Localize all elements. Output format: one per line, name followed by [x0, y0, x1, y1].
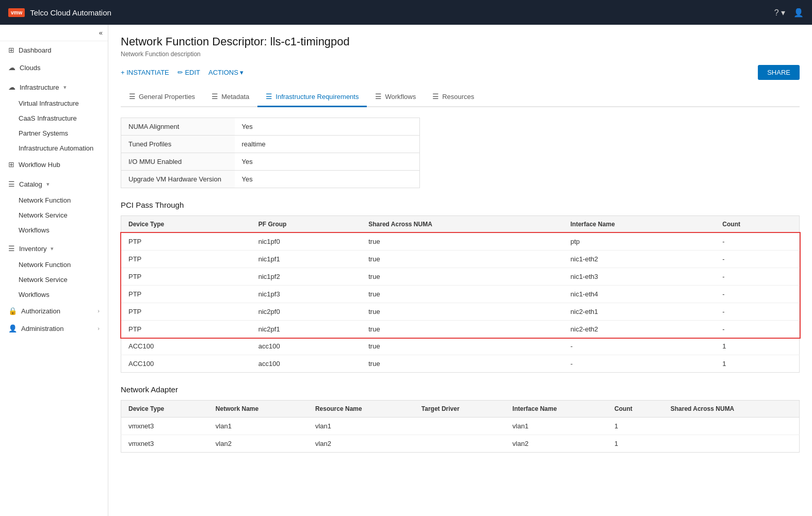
- sidebar-item-dashboard[interactable]: ⊞ Dashboard: [0, 41, 108, 59]
- device-type: PTP: [121, 303, 251, 321]
- sidebar-item-catalog-workflows[interactable]: Workflows: [0, 223, 108, 238]
- device-type: PTP: [121, 251, 251, 268]
- interface-name: -: [563, 338, 716, 355]
- target-driver: [414, 418, 506, 435]
- count: -: [715, 268, 799, 286]
- shared-across-numa: true: [361, 268, 563, 286]
- chevron-down-icon: ▾: [51, 245, 54, 252]
- table-row: PTPnic2pf1truenic2-eth2-: [121, 321, 800, 338]
- user-icon[interactable]: 👤: [793, 8, 804, 18]
- resource-name: vlan2: [308, 435, 414, 453]
- sidebar-item-inventory-workflows[interactable]: Workflows: [0, 287, 108, 302]
- sidebar-section-catalog-header[interactable]: ☰ Catalog ▾: [0, 175, 108, 193]
- property-label: I/O MMU Enabled: [121, 153, 235, 171]
- chevron-down-icon: ▾: [63, 84, 67, 91]
- sidebar-item-inventory-network-service[interactable]: Network Service: [0, 272, 108, 287]
- sidebar-section-infrastructure-header[interactable]: ☁ Infrastructure ▾: [0, 78, 108, 96]
- pci-table: Device Type PF Group Shared Across NUMA …: [121, 215, 800, 373]
- property-label: Tuned Profiles: [121, 136, 235, 153]
- chevron-right-icon: ›: [98, 308, 100, 314]
- sidebar-item-catalog-network-function[interactable]: Network Function: [0, 193, 108, 208]
- shared-across-numa: true: [361, 303, 563, 321]
- count: -: [715, 233, 799, 251]
- network-adapter-section-title: Network Adapter: [121, 385, 800, 394]
- chevron-right-icon: ›: [98, 325, 100, 331]
- share-button[interactable]: SHARE: [758, 65, 800, 80]
- sidebar-section-catalog: ☰ Catalog ▾ Network Function Network Ser…: [0, 175, 108, 238]
- sidebar-item-label: Workflow Hub: [19, 161, 100, 169]
- sidebar-collapse-btn[interactable]: «: [0, 25, 108, 41]
- sidebar-item-label: Dashboard: [19, 46, 100, 54]
- lock-icon: 🔒: [8, 307, 17, 315]
- property-value: Yes: [235, 118, 420, 136]
- na-col-target-driver: Target Driver: [414, 401, 506, 418]
- actions-button[interactable]: ACTIONS ▾: [208, 69, 243, 76]
- pf-group: nic2pf0: [251, 303, 362, 321]
- device-type: PTP: [121, 233, 251, 251]
- tab-general-properties[interactable]: ☰ General Properties: [121, 87, 203, 107]
- pci-col-count: Count: [715, 216, 799, 233]
- resource-name: vlan1: [308, 418, 414, 435]
- pci-col-device-type: Device Type: [121, 216, 251, 233]
- count: 1: [607, 435, 663, 453]
- pf-group: nic1pf2: [251, 268, 362, 286]
- count: 1: [607, 418, 663, 435]
- infrastructure-tab-icon: ☰: [266, 92, 272, 101]
- table-row: PTPnic1pf1truenic1-eth2-: [121, 251, 800, 268]
- property-label: NUMA Alignment: [121, 118, 235, 136]
- collapse-icon: «: [99, 29, 103, 37]
- count: -: [715, 251, 799, 268]
- pf-group: acc100: [251, 355, 362, 373]
- tab-metadata[interactable]: ☰ Metadata: [203, 87, 257, 107]
- table-row: vmxnet3vlan2vlan2vlan21: [121, 435, 800, 453]
- sidebar-item-caas-infrastructure[interactable]: CaaS Infrastructure: [0, 111, 108, 126]
- sidebar-item-authorization[interactable]: 🔒 Authorization ›: [0, 302, 108, 320]
- help-icon[interactable]: ? ▾: [774, 8, 785, 18]
- sidebar-item-partner-systems[interactable]: Partner Systems: [0, 126, 108, 141]
- sidebar-item-infrastructure-automation[interactable]: Infrastructure Automation: [0, 141, 108, 156]
- sidebar-item-administration[interactable]: 👤 Administration ›: [0, 320, 108, 337]
- sidebar-item-workflow-hub[interactable]: ⊞ Workflow Hub: [0, 156, 108, 173]
- header-actions: ? ▾ 👤: [774, 8, 804, 18]
- sidebar-item-inventory-network-function[interactable]: Network Function: [0, 257, 108, 272]
- shared-across-numa: true: [361, 233, 563, 251]
- edit-button[interactable]: ✏ EDIT: [177, 69, 200, 76]
- inventory-icon: ☰: [8, 244, 15, 253]
- tab-infrastructure-requirements[interactable]: ☰ Infrastructure Requirements: [257, 87, 367, 107]
- interface-name: -: [563, 355, 716, 373]
- catalog-label: Catalog: [19, 180, 42, 188]
- page-title: Network Function Descriptor: lls-c1-timi…: [121, 35, 800, 48]
- na-col-resource-name: Resource Name: [308, 401, 414, 418]
- sidebar-item-virtual-infrastructure[interactable]: Virtual Infrastructure: [0, 96, 108, 111]
- page-tabs: ☰ General Properties ☰ Metadata ☰ Infras…: [121, 87, 800, 107]
- table-row: Upgrade VM Hardware VersionYes: [121, 171, 420, 188]
- instantiate-button[interactable]: + INSTANTIATE: [121, 69, 169, 76]
- sidebar-item-label: Administration: [21, 325, 93, 332]
- sidebar-section-inventory: ☰ Inventory ▾ Network Function Network S…: [0, 240, 108, 302]
- tab-resources[interactable]: ☰ Resources: [424, 87, 482, 107]
- catalog-icon: ☰: [8, 180, 15, 188]
- sidebar-item-label: Clouds: [20, 64, 100, 72]
- count: 1: [715, 355, 799, 373]
- property-value: Yes: [235, 171, 420, 188]
- network-adapter-table: Device Type Network Name Resource Name T…: [121, 400, 800, 453]
- na-col-device-type: Device Type: [121, 401, 208, 418]
- sidebar-item-catalog-network-service[interactable]: Network Service: [0, 208, 108, 223]
- workflows-tab-icon: ☰: [375, 92, 382, 101]
- shared-across-numa: true: [361, 321, 563, 338]
- table-row: I/O MMU EnabledYes: [121, 153, 420, 171]
- main-content-area: Network Function Descriptor: lls-c1-timi…: [108, 25, 812, 516]
- sidebar-item-clouds[interactable]: ☁ Clouds: [0, 59, 108, 76]
- shared-across-numa: [663, 418, 800, 435]
- tab-workflows[interactable]: ☰ Workflows: [367, 87, 424, 107]
- device-type: vmxnet3: [121, 418, 208, 435]
- metadata-tab-icon: ☰: [212, 92, 218, 101]
- table-row: vmxnet3vlan1vlan1vlan11: [121, 418, 800, 435]
- sidebar-section-inventory-header[interactable]: ☰ Inventory ▾: [0, 240, 108, 257]
- count: 1: [715, 338, 799, 355]
- network-name: vlan2: [208, 435, 308, 453]
- interface-name: nic2-eth1: [563, 303, 716, 321]
- shared-across-numa: [663, 435, 800, 453]
- table-row: ACC100acc100true-1: [121, 338, 800, 355]
- sidebar: « ⊞ Dashboard ☁ Clouds ☁ Infrastructure …: [0, 25, 108, 516]
